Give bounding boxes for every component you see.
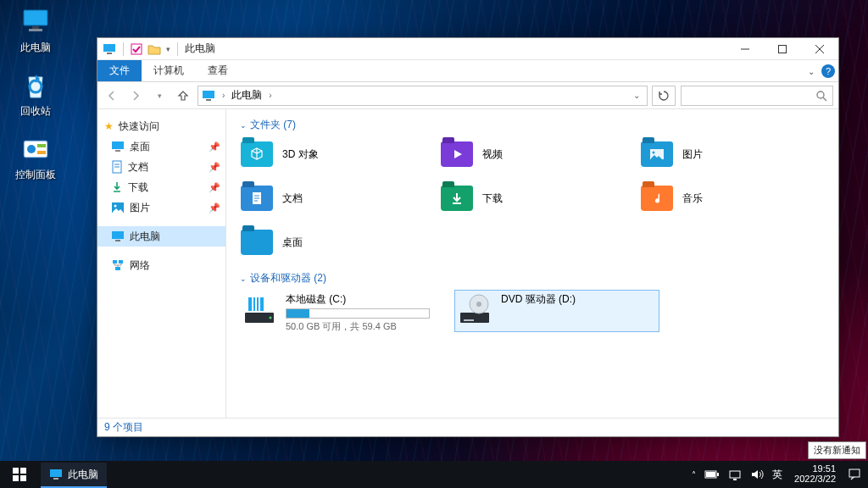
drive-tiles: 本地磁盘 (C:) 50.0 GB 可用，共 59.4 GB DVD 驱动器 (…: [240, 291, 828, 331]
tile-videos[interactable]: 视频: [440, 137, 628, 171]
group-count: 7: [287, 119, 292, 130]
monitor-icon: [202, 89, 215, 103]
group-header-folders[interactable]: ⌄ 文件夹 (7): [240, 118, 828, 132]
quick-access-toolbar: ▾: [97, 42, 175, 56]
sidebar-item-label: 桌面: [130, 140, 150, 154]
minimize-button[interactable]: [726, 38, 764, 60]
desktop-icon: [111, 141, 125, 152]
ribbon-tabs: 文件 计算机 查看 ⌄ ?: [97, 60, 838, 82]
chevron-down-icon: ⌄: [240, 274, 247, 283]
svg-rect-7: [37, 151, 46, 154]
desktop-icon-recycle-bin[interactable]: 回收站: [7, 69, 64, 119]
tile-label: 3D 对象: [282, 147, 319, 162]
address-bar[interactable]: › 此电脑 › ⌄: [198, 86, 648, 106]
forward-button[interactable]: [126, 86, 145, 105]
tile-label: 图片: [682, 147, 703, 162]
titlebar[interactable]: ▾ 此电脑: [97, 38, 838, 60]
monitor-icon: [111, 230, 125, 243]
sidebar-item-downloads[interactable]: 下载 📌: [97, 177, 225, 197]
up-button[interactable]: [174, 86, 192, 105]
close-button[interactable]: [801, 38, 838, 60]
start-button[interactable]: [0, 461, 39, 488]
drive-free-text: 50.0 GB 可用，共 59.4 GB: [286, 320, 442, 333]
clock[interactable]: 19:51 2022/3/22: [791, 464, 839, 484]
chevron-right-icon[interactable]: ›: [219, 91, 228, 100]
tile-downloads[interactable]: 下载: [440, 181, 628, 215]
svg-rect-51: [20, 475, 26, 481]
maximize-button[interactable]: [764, 38, 801, 60]
svg-rect-40: [252, 297, 253, 311]
sidebar-item-pictures[interactable]: 图片 📌: [97, 197, 225, 218]
network-icon: [111, 258, 125, 272]
document-icon: [111, 160, 123, 174]
svg-rect-10: [131, 44, 142, 54]
action-center-icon[interactable]: [848, 468, 861, 481]
group-header-devices[interactable]: ⌄ 设备和驱动器 (2): [240, 271, 828, 286]
tile-music[interactable]: 音乐: [640, 181, 828, 215]
battery-icon[interactable]: [704, 469, 720, 480]
sidebar-item-label: 图片: [130, 201, 150, 215]
taskbar-app-explorer[interactable]: 此电脑: [41, 463, 107, 488]
svg-rect-6: [37, 144, 46, 147]
tile-3d-objects[interactable]: 3D 对象: [240, 137, 428, 171]
tile-label: 桌面: [282, 236, 303, 250]
sidebar-network[interactable]: 网络: [97, 255, 225, 275]
sidebar-item-documents[interactable]: 文档 📌: [97, 157, 225, 177]
svg-rect-29: [119, 260, 123, 263]
back-button[interactable]: [103, 86, 121, 105]
recent-locations-button[interactable]: ▾: [150, 86, 169, 105]
network-icon[interactable]: [728, 469, 742, 480]
group-title: 设备和驱动器: [250, 272, 311, 284]
desktop-icon-this-pc[interactable]: 此电脑: [7, 5, 64, 55]
drive-c[interactable]: 本地磁盘 (C:) 50.0 GB 可用，共 59.4 GB: [240, 291, 443, 331]
checkbox-icon[interactable]: [131, 43, 142, 55]
breadcrumb-item[interactable]: 此电脑: [231, 88, 262, 103]
monitor-icon: [103, 42, 116, 56]
tile-documents[interactable]: 文档: [240, 181, 428, 215]
sidebar-quick-access[interactable]: ★ 快速访问: [97, 116, 225, 136]
svg-point-5: [27, 145, 36, 153]
drive-name: DVD 驱动器 (D:): [501, 292, 657, 307]
svg-rect-50: [13, 475, 19, 481]
volume-icon[interactable]: [750, 469, 764, 480]
tray-chevron-up-icon[interactable]: ˄: [692, 470, 696, 480]
status-text: 9 个项目: [104, 420, 143, 435]
sidebar-this-pc[interactable]: 此电脑: [97, 226, 225, 247]
chevron-right-icon[interactable]: ›: [265, 91, 275, 100]
sidebar-item-desktop[interactable]: 桌面 📌: [97, 136, 225, 157]
navbar: ▾ › 此电脑 › ⌄: [97, 82, 838, 109]
chevron-down-icon[interactable]: ⌄: [808, 67, 815, 76]
desktop-icon-label: 回收站: [20, 104, 51, 119]
svg-point-47: [476, 302, 481, 307]
tile-desktop[interactable]: 桌面: [240, 225, 428, 259]
main-content: ⌄ 文件夹 (7) 3D 对象 视频 图片 文档: [226, 109, 838, 418]
svg-rect-53: [53, 478, 58, 480]
chevron-down-icon[interactable]: ▾: [166, 45, 170, 53]
svg-rect-43: [460, 313, 489, 323]
svg-rect-20: [115, 150, 120, 152]
search-input[interactable]: [681, 86, 833, 106]
svg-rect-48: [13, 468, 19, 474]
tab-file[interactable]: 文件: [97, 60, 142, 81]
star-icon: ★: [104, 120, 114, 132]
svg-point-17: [817, 92, 824, 98]
svg-rect-8: [103, 44, 115, 52]
folder-icon[interactable]: [147, 43, 161, 55]
tab-computer[interactable]: 计算机: [142, 60, 196, 81]
refresh-button[interactable]: [652, 86, 676, 106]
svg-rect-3: [29, 29, 42, 31]
desktop-icon-label: 此电脑: [20, 41, 51, 55]
tile-pictures[interactable]: 图片: [640, 137, 828, 171]
drive-d[interactable]: DVD 驱动器 (D:): [455, 291, 659, 331]
svg-rect-26: [112, 231, 124, 239]
sidebar-item-label: 文档: [128, 160, 148, 175]
chevron-down-icon[interactable]: ⌄: [630, 91, 643, 100]
svg-point-25: [114, 205, 117, 208]
help-icon[interactable]: ?: [821, 64, 835, 78]
svg-rect-2: [32, 26, 39, 29]
ime-indicator[interactable]: 英: [772, 468, 782, 482]
desktop-icon-control-panel[interactable]: 控制面板: [7, 132, 64, 182]
desktop-icons: 此电脑 回收站 控制面板: [7, 5, 64, 182]
tab-view[interactable]: 查看: [196, 60, 240, 81]
svg-rect-12: [779, 45, 787, 53]
